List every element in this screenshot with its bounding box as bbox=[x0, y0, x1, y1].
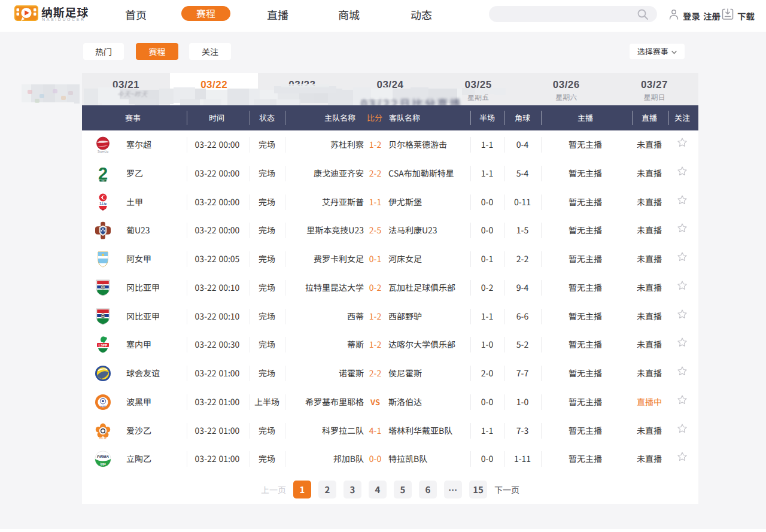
svg-text:1.Lig: 1.Lig bbox=[99, 202, 107, 205]
svg-text:m:tel: m:tel bbox=[101, 405, 105, 407]
svg-text:PIRMA: PIRMA bbox=[97, 454, 109, 458]
svg-text:lyga: lyga bbox=[100, 463, 106, 466]
svg-text:LSFP: LSFP bbox=[99, 343, 108, 347]
svg-text:ESIL.EE: ESIL.EE bbox=[99, 437, 106, 440]
svg-text:Liga: Liga bbox=[102, 180, 105, 182]
svg-text:SuperLig: SuperLig bbox=[98, 150, 109, 153]
